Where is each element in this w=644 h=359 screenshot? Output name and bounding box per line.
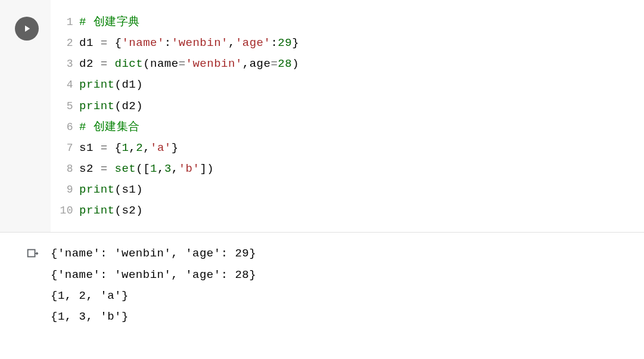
code-token: set: [115, 162, 136, 175]
code-token: 29: [278, 36, 292, 49]
code-token: [94, 141, 101, 154]
code-token: [108, 36, 115, 49]
code-token: ]: [200, 162, 207, 175]
code-token: 'age': [235, 36, 271, 49]
code-token: 'wenbin': [186, 57, 242, 70]
code-editor[interactable]: 1# 创建字典2d1 = {'name':'wenbin','age':29}3…: [51, 0, 644, 232]
expand-output-icon: [26, 247, 39, 260]
code-content: s1 = {1,2,'a'}: [79, 138, 179, 159]
line-number: 6: [51, 117, 79, 137]
code-token: ): [136, 78, 143, 91]
code-token: d1: [79, 36, 94, 49]
code-cell: 1# 创建字典2d1 = {'name':'wenbin','age':29}3…: [0, 0, 644, 233]
line-number: 10: [51, 201, 79, 221]
line-number: 8: [51, 159, 79, 179]
code-token: 'wenbin': [172, 36, 228, 49]
code-content: print(s1): [79, 180, 143, 200]
code-line: 7s1 = {1,2,'a'}: [51, 138, 644, 159]
line-number: 4: [51, 75, 79, 95]
code-token: 2: [136, 141, 143, 154]
code-token: (: [115, 78, 122, 91]
code-content: s2 = set([1,3,'b']): [79, 159, 214, 180]
code-content: d1 = {'name':'wenbin','age':29}: [79, 33, 299, 54]
code-token: age: [250, 57, 271, 70]
line-number: 1: [51, 13, 79, 32]
cell-gutter: [0, 0, 51, 232]
code-token: 'name': [122, 36, 164, 49]
code-token: 'a': [150, 141, 172, 154]
code-token: (: [143, 57, 150, 70]
code-token: [108, 162, 115, 175]
code-token: (: [136, 162, 143, 175]
code-line: 6# 创建集合: [51, 117, 644, 138]
code-token: s2: [79, 162, 94, 175]
code-token: s2: [122, 204, 136, 217]
output-text: {'name': 'wenbin', 'age': 29} {'name': '…: [51, 243, 644, 327]
code-token: ,: [242, 57, 250, 70]
code-token: name: [150, 57, 179, 70]
code-token: [94, 36, 101, 49]
code-token: s1: [122, 183, 136, 196]
code-token: [94, 162, 101, 175]
code-token: d2: [122, 100, 136, 113]
code-token: 28: [278, 57, 292, 70]
line-number: 5: [51, 97, 79, 116]
code-token: ): [136, 183, 143, 196]
code-line: 3d2 = dict(name='wenbin',age=28): [51, 54, 644, 75]
code-token: =: [101, 57, 108, 70]
code-line: 8s2 = set([1,3,'b']): [51, 159, 644, 180]
output-cell: {'name': 'wenbin', 'age': 29} {'name': '…: [0, 233, 644, 338]
code-token: (: [115, 204, 122, 217]
code-token: {: [115, 141, 122, 154]
code-token: print: [79, 100, 115, 113]
code-token: d1: [122, 78, 136, 91]
code-token: 1: [150, 162, 157, 175]
code-content: print(d2): [79, 96, 143, 117]
code-token: =: [101, 36, 108, 49]
code-token: }: [292, 36, 299, 49]
code-line: 4print(d1): [51, 75, 644, 95]
svg-rect-0: [28, 250, 35, 257]
code-line: 5print(d2): [51, 96, 644, 117]
line-number: 7: [51, 138, 79, 158]
code-token: :: [164, 36, 172, 49]
code-token: ,: [157, 162, 164, 175]
code-token: ,: [172, 162, 179, 175]
line-number: 9: [51, 180, 79, 200]
code-token: ,: [129, 141, 136, 154]
code-token: print: [79, 78, 115, 91]
code-token: dict: [115, 57, 144, 70]
code-token: 'b': [179, 162, 200, 175]
code-token: }: [172, 141, 179, 154]
code-token: ): [136, 100, 143, 113]
code-token: [94, 57, 101, 70]
code-token: # 创建字典: [79, 16, 140, 29]
run-button[interactable]: [15, 17, 39, 41]
code-token: =: [101, 141, 108, 154]
code-token: {: [115, 36, 122, 49]
code-token: print: [79, 204, 115, 217]
code-token: s1: [79, 141, 94, 154]
code-token: print: [79, 183, 115, 196]
code-content: # 创建字典: [79, 12, 140, 33]
code-token: [: [143, 162, 150, 175]
line-number: 2: [51, 33, 79, 53]
code-token: [108, 141, 115, 154]
code-token: (: [115, 100, 122, 113]
code-token: ,: [143, 141, 150, 154]
code-line: 9print(s1): [51, 180, 644, 200]
code-token: =: [270, 57, 278, 70]
line-number: 3: [51, 54, 79, 74]
code-line: 2d1 = {'name':'wenbin','age':29}: [51, 33, 644, 54]
code-token: # 创建集合: [79, 120, 140, 134]
code-content: d2 = dict(name='wenbin',age=28): [79, 54, 299, 75]
code-token: ): [136, 204, 143, 217]
output-icon[interactable]: [26, 247, 39, 264]
output-gutter: [0, 243, 51, 264]
play-icon: [21, 23, 32, 34]
code-line: 10print(s2): [51, 200, 644, 221]
code-token: =: [101, 162, 108, 175]
code-content: print(d1): [79, 75, 143, 95]
code-token: =: [179, 57, 186, 70]
code-token: ): [292, 57, 299, 70]
